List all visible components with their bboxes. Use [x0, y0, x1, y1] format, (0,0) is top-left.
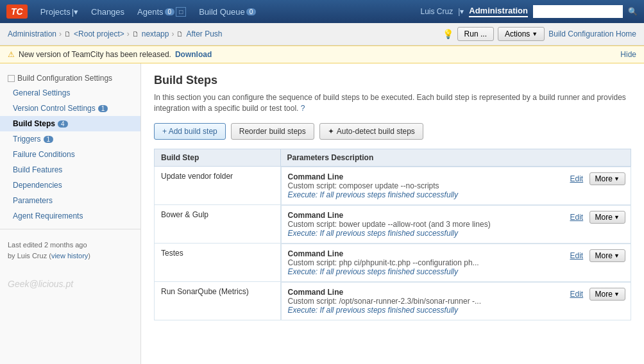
- config-checkbox: [8, 75, 15, 82]
- col-build-step: Build Step: [155, 149, 281, 166]
- top-right-section: Luis Cruz |▾ Administration 🔍: [420, 5, 638, 18]
- more-dropdown-arrow: ▼: [614, 252, 620, 259]
- bulb-icon: 💡: [443, 29, 453, 39]
- magic-wand-icon: ✦: [328, 127, 334, 136]
- more-step-button[interactable]: More▼: [589, 211, 625, 224]
- add-build-step-button[interactable]: + Add build step: [154, 123, 226, 140]
- step-name: Bower & Gulp: [161, 210, 208, 219]
- search-input[interactable]: [533, 5, 623, 18]
- autodetect-build-steps-button[interactable]: ✦ Auto-detect build steps: [319, 123, 423, 140]
- page-icon-nextapp: 🗋: [132, 30, 139, 38]
- download-link[interactable]: Download: [175, 50, 212, 59]
- breadcrumb-admin[interactable]: Administration: [8, 29, 56, 38]
- watermark: Geek@licious.pt: [0, 266, 140, 294]
- table-row: Update vendor folder Command Line Custom…: [155, 166, 631, 205]
- actions-button[interactable]: Actions ▼: [498, 27, 545, 41]
- page-title: Build Steps: [154, 74, 631, 87]
- step-name-cell: Update vendor folder: [155, 166, 281, 205]
- nav-changes[interactable]: Changes: [86, 4, 130, 19]
- more-step-button[interactable]: More▼: [589, 172, 625, 185]
- help-link[interactable]: ?: [301, 104, 305, 113]
- col-params: Parameters Description: [280, 149, 631, 166]
- top-navigation: TC Projects |▾ Changes Agents 0 □ Build …: [0, 0, 644, 23]
- step-name: Testes: [161, 249, 183, 258]
- breadcrumb-root-project[interactable]: <Root project>: [74, 29, 124, 38]
- warning-icon: ⚠: [8, 50, 15, 59]
- nav-projects[interactable]: Projects |▾: [35, 4, 83, 19]
- user-divider: |▾: [458, 7, 464, 16]
- nav-agents[interactable]: Agents 0 □: [132, 4, 191, 19]
- step-actions: Edit More▼: [566, 288, 624, 301]
- main-layout: Build Configuration Settings General Set…: [0, 63, 644, 364]
- sidebar-item-build-steps[interactable]: Build Steps 4: [0, 116, 140, 131]
- step-name-cell: Testes: [155, 244, 281, 282]
- actions-dropdown-arrow: ▼: [532, 31, 538, 37]
- table-row: Run SonarQube (Metrics) Command Line Cus…: [155, 282, 631, 320]
- table-header-row: Build Step Parameters Description: [155, 149, 631, 166]
- more-step-button[interactable]: More▼: [589, 249, 625, 262]
- more-dropdown-arrow: ▼: [614, 214, 620, 220]
- sidebar-item-parameters[interactable]: Parameters: [0, 193, 140, 208]
- sidebar-item-triggers[interactable]: Triggers 1: [0, 131, 140, 147]
- notification-message: New version of TeamCity has been release…: [19, 50, 171, 59]
- sidebar-divider: [0, 229, 140, 229]
- nav-links: Projects |▾ Changes Agents 0 □ Build Que…: [35, 4, 421, 19]
- page-description: In this section you can configure the se…: [154, 92, 631, 114]
- step-params-text: Command Line Custom script: bower update…: [288, 211, 491, 238]
- sidebar-section-title: Build Configuration Settings: [0, 70, 140, 85]
- step-name: Update vendor folder: [161, 172, 233, 181]
- breadcrumb-nextapp[interactable]: nextapp: [142, 29, 169, 38]
- run-button[interactable]: Run ...: [457, 27, 494, 41]
- step-name-cell: Bower & Gulp: [155, 205, 281, 244]
- step-actions: Edit More▼: [566, 172, 624, 185]
- edit-step-button[interactable]: Edit: [566, 211, 588, 223]
- edit-step-button[interactable]: Edit: [566, 250, 588, 261]
- nav-build-queue[interactable]: Build Queue 0: [194, 4, 261, 19]
- admin-link[interactable]: Administration: [469, 6, 528, 17]
- sidebar-item-dependencies[interactable]: Dependencies: [0, 178, 140, 193]
- step-params-text: Command Line Custom script: composer upd…: [288, 172, 458, 199]
- edit-step-button[interactable]: Edit: [566, 173, 588, 185]
- step-name-cell: Run SonarQube (Metrics): [155, 282, 281, 320]
- step-actions: Edit More▼: [566, 249, 624, 262]
- more-step-button[interactable]: More▼: [589, 288, 625, 301]
- action-bar: + Add build step Reorder build steps ✦ A…: [154, 123, 631, 140]
- breadcrumb-afterpush[interactable]: After Push: [186, 29, 222, 38]
- breadcrumb-actions: 💡 Run ... Actions ▼ Build Configuration …: [443, 27, 636, 41]
- last-edited-info: Last edited 2 months ago by Luis Cruz (v…: [0, 235, 140, 266]
- search-icon[interactable]: 🔍: [628, 7, 638, 16]
- config-home-link[interactable]: Build Configuration Home: [548, 29, 636, 38]
- step-params-cell: Command Line Custom script: bower update…: [281, 205, 631, 244]
- table-row: Bower & Gulp Command Line Custom script:…: [155, 205, 631, 244]
- page-icon-afterpush: 🗋: [176, 30, 183, 38]
- username: Luis Cruz: [420, 7, 453, 16]
- teamcity-logo[interactable]: TC: [6, 4, 28, 19]
- step-actions: Edit More▼: [566, 211, 624, 224]
- sidebar-item-vcs-settings[interactable]: Version Control Settings 1: [0, 101, 140, 116]
- step-params-cell: Command Line Custom script: composer upd…: [281, 167, 631, 205]
- sidebar-item-general-settings[interactable]: General Settings: [0, 85, 140, 101]
- table-row: Testes Command Line Custom script: php c…: [155, 244, 631, 282]
- step-params-text: Command Line Custom script: /opt/sonar-r…: [288, 288, 481, 315]
- step-params-cell: Command Line Custom script: /opt/sonar-r…: [281, 282, 631, 320]
- step-params-cell: Command Line Custom script: php ci/phpun…: [281, 244, 631, 282]
- hide-notification-button[interactable]: Hide: [620, 50, 636, 59]
- sidebar-item-failure-conditions[interactable]: Failure Conditions: [0, 147, 140, 162]
- more-dropdown-arrow: ▼: [614, 291, 620, 297]
- sidebar-item-build-features[interactable]: Build Features: [0, 162, 140, 178]
- sidebar-item-agent-requirements[interactable]: Agent Requirements: [0, 208, 140, 224]
- main-content: Build Steps In this section you can conf…: [141, 63, 644, 364]
- edit-step-button[interactable]: Edit: [566, 288, 588, 300]
- page-icon-root: 🗋: [64, 30, 71, 38]
- notification-bar: ⚠ New version of TeamCity has been relea…: [0, 46, 644, 63]
- step-params-text: Command Line Custom script: php ci/phpun…: [288, 249, 479, 276]
- sidebar: Build Configuration Settings General Set…: [0, 63, 141, 364]
- breadcrumb: Administration › 🗋 <Root project> › 🗋 ne…: [0, 23, 644, 46]
- step-name: Run SonarQube (Metrics): [161, 287, 249, 296]
- reorder-build-steps-button[interactable]: Reorder build steps: [231, 123, 314, 140]
- view-history-link[interactable]: view history: [51, 252, 88, 260]
- build-steps-table: Build Step Parameters Description Update…: [154, 149, 631, 321]
- more-dropdown-arrow: ▼: [614, 176, 620, 182]
